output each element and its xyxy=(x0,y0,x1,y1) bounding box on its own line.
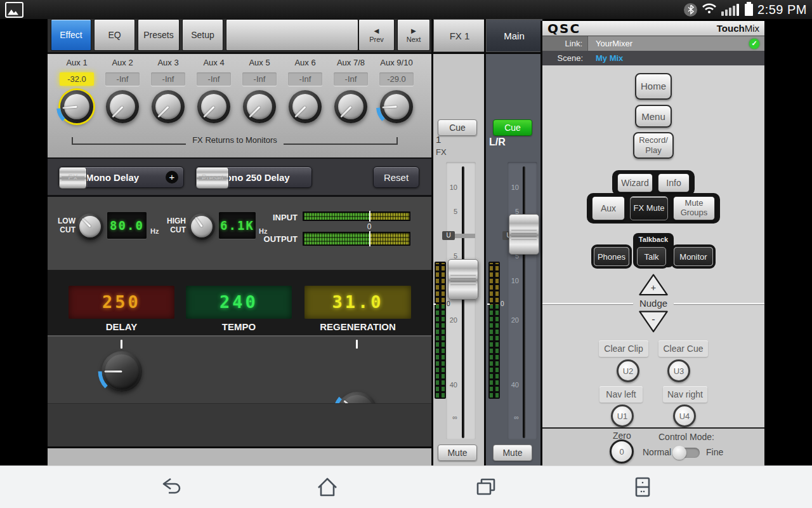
input-meter-label: INPUT xyxy=(256,213,298,222)
nudge-down-button[interactable]: - xyxy=(636,310,671,334)
fx1-cue-button[interactable]: Cue xyxy=(438,119,477,136)
scale-plus5: 5 xyxy=(447,208,457,215)
tab-presets[interactable]: Presets xyxy=(138,19,180,51)
high-cut-knob[interactable] xyxy=(188,213,215,240)
mode-fine-label: Fine xyxy=(706,447,723,457)
u2-button[interactable]: U2 xyxy=(617,359,639,382)
main-fader-handle[interactable] xyxy=(509,214,539,255)
u3-button[interactable]: U3 xyxy=(667,359,690,382)
aux-knob[interactable] xyxy=(380,90,413,123)
phones-button[interactable]: Phones xyxy=(594,247,629,266)
scale-minus10: 10 xyxy=(509,277,519,284)
delay-knob[interactable] xyxy=(102,351,142,392)
nav-right-label: Nav right xyxy=(663,386,707,403)
scene-value[interactable]: My Mix xyxy=(588,53,764,63)
fx1-unity-tab: U xyxy=(442,231,455,240)
main-mute-button[interactable]: Mute xyxy=(493,444,532,461)
fx1-fader-handle[interactable] xyxy=(448,259,478,300)
monitor-button[interactable]: Monitor xyxy=(674,247,713,266)
nudge-up-button[interactable]: + xyxy=(636,272,671,297)
aux-knob[interactable] xyxy=(289,90,322,123)
bluetooth-icon xyxy=(684,3,697,17)
control-mode-toggle[interactable] xyxy=(674,448,700,458)
prev-button[interactable]: ◄ Prev xyxy=(358,19,395,51)
clear-row: Clear Clip Clear Cue xyxy=(599,340,708,357)
aux-knob[interactable] xyxy=(152,90,185,123)
high-cut-display: 6.1K xyxy=(219,212,256,239)
main-cue-button[interactable]: Cue xyxy=(493,119,532,136)
scale-minus20: 20 xyxy=(509,316,519,324)
aux-value: -Inf xyxy=(197,72,231,86)
home-nav-button[interactable] xyxy=(315,475,339,499)
tab-effect[interactable]: Effect xyxy=(51,19,91,51)
output-meter-label: OUTPUT xyxy=(256,234,298,244)
reset-button[interactable]: Reset xyxy=(373,166,419,188)
zero-button[interactable]: 0 xyxy=(610,439,634,464)
u4-button[interactable]: U4 xyxy=(673,404,696,427)
tab-setup[interactable]: Setup xyxy=(182,19,223,51)
main-level-meter xyxy=(488,262,500,399)
input-meter xyxy=(303,211,410,221)
panel-header: QSC TouchMix xyxy=(542,21,764,36)
nav-left-label: Nav left xyxy=(599,386,643,403)
mute-groups-button[interactable]: Mute Groups xyxy=(673,196,715,220)
main-name: L/R xyxy=(489,137,506,148)
fx1-level-meter xyxy=(435,262,446,399)
wifi-icon xyxy=(702,3,717,17)
fx1-meter-zero: 0 xyxy=(447,300,450,307)
aux-knob[interactable] xyxy=(197,90,230,123)
aux-knob[interactable] xyxy=(334,90,367,123)
menu-button[interactable]: Menu xyxy=(635,105,672,128)
battery-icon xyxy=(745,4,753,16)
tempo-label: TEMPO xyxy=(186,321,292,332)
aux-send-6: Aux 6 -Inf xyxy=(282,58,328,123)
info-button[interactable]: Info xyxy=(658,173,690,192)
main-fader-slot xyxy=(523,166,525,438)
prev-arrow-icon: ◄ xyxy=(372,27,381,35)
aux-value: -Inf xyxy=(242,72,277,86)
dual-window-button[interactable] xyxy=(631,475,655,499)
aux-label: Aux 9/10 xyxy=(380,58,412,68)
wizard-button[interactable]: Wizard xyxy=(617,173,653,192)
next-button[interactable]: ► Next xyxy=(397,19,430,51)
scale-plus10: 10 xyxy=(509,184,519,191)
fx-add-icon[interactable]: + xyxy=(166,171,178,184)
tab-eq[interactable]: EQ xyxy=(94,19,135,51)
low-cut-label: LOW CUT xyxy=(53,217,75,235)
back-button[interactable] xyxy=(159,475,183,499)
aux-knob[interactable] xyxy=(106,90,139,123)
fx-preset-selector[interactable]: Preset Mono 250 Delay xyxy=(195,166,312,188)
scale-inf: ∞ xyxy=(509,413,519,421)
low-cut-knob[interactable] xyxy=(77,213,103,240)
regeneration-label: REGENERATION xyxy=(304,321,411,332)
aux-knob[interactable] xyxy=(243,90,276,123)
meter-zero-label: 0 xyxy=(364,222,374,231)
low-cut-display: 80.0 xyxy=(107,212,147,239)
main-strip-header[interactable]: Main xyxy=(486,19,542,52)
link-row: Link: YourMixer ✓ xyxy=(542,36,764,51)
touchmix-screen: 2:59 PM Effect EQ Presets Setup ◄ Prev ►… xyxy=(0,0,812,508)
nudge-label: Nudge xyxy=(639,298,667,309)
aux-send-9-10: Aux 9/10 -29.0 xyxy=(374,58,419,123)
u1-button[interactable]: U1 xyxy=(611,404,634,427)
aux-knob[interactable] xyxy=(60,90,93,123)
fx1-strip-header[interactable]: FX 1 xyxy=(433,19,486,52)
aux-button[interactable]: Aux xyxy=(592,196,625,220)
aux-label: Aux 2 xyxy=(112,58,133,68)
link-value[interactable]: YourMixer xyxy=(588,39,749,48)
home-button[interactable]: Home xyxy=(635,73,672,100)
fx1-mute-button[interactable]: Mute xyxy=(438,444,477,461)
delay-label: DELAY xyxy=(69,321,174,332)
effect-page-panel: Effect EQ Presets Setup ◄ Prev ► Next Au… xyxy=(48,19,431,465)
talk-button[interactable]: Talk xyxy=(637,247,666,266)
fx1-strip: FX 1 Cue 1 FX 10 5 U 5 10 20 40 ∞ 0 Mute xyxy=(431,19,486,465)
recents-button[interactable] xyxy=(474,475,498,499)
next-arrow-icon: ► xyxy=(410,27,418,35)
delay-knob-tick xyxy=(121,340,122,349)
aux-send-1: Aux 1 -32.0 xyxy=(54,58,100,123)
fx-type-selector[interactable]: FX Mono Delay + xyxy=(58,166,184,188)
record-play-button[interactable]: Record/ Play xyxy=(633,132,674,159)
fx-mute-button[interactable]: FX Mute xyxy=(630,196,668,220)
fx1-strip-body: Cue 1 FX 10 5 U 5 10 20 40 ∞ 0 Mute xyxy=(433,54,486,465)
aux-label: Aux 4 xyxy=(203,58,224,68)
